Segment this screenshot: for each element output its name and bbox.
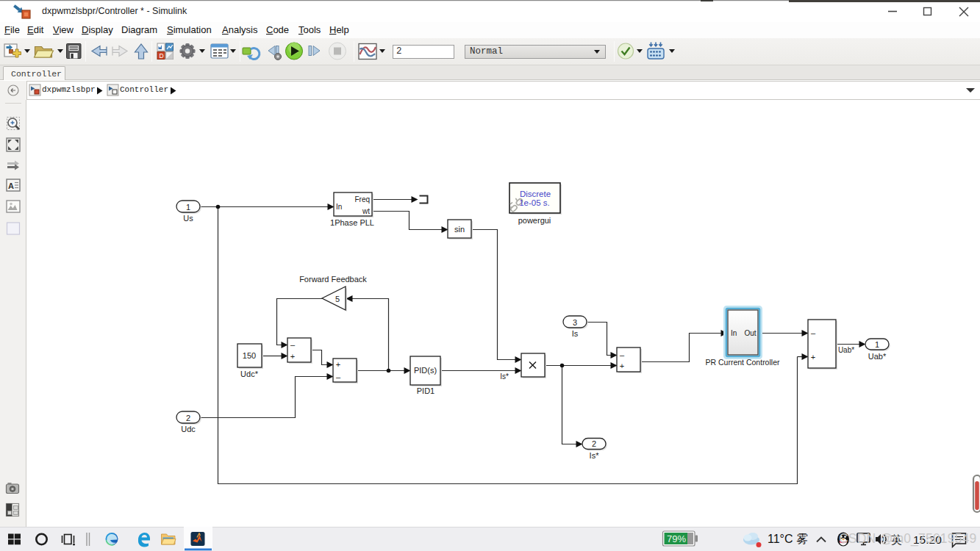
svg-text:Us: Us: [183, 214, 193, 223]
svg-text:2: 2: [592, 439, 596, 448]
svg-text:5: 5: [335, 295, 340, 303]
svg-text:–: –: [336, 372, 341, 381]
svg-text:–: –: [811, 328, 816, 337]
svg-text:Udc*: Udc*: [240, 370, 259, 378]
svg-text:–: –: [290, 340, 296, 349]
svg-text:150: 150: [243, 351, 256, 360]
svg-text:Is: Is: [572, 329, 579, 338]
svg-text:2: 2: [186, 414, 190, 422]
svg-text:In: In: [336, 203, 342, 211]
svg-text:powergui: powergui: [518, 216, 551, 225]
svg-text:+: +: [336, 360, 340, 369]
svg-text:Udc: Udc: [181, 425, 196, 433]
svg-text:11°C 雾: 11°C 雾: [768, 533, 808, 545]
svg-text:sin: sin: [454, 225, 465, 234]
svg-text:+: +: [290, 352, 295, 361]
svg-text:PID1: PID1: [417, 386, 434, 395]
svg-text:1: 1: [186, 203, 190, 212]
svg-text:–: –: [620, 350, 625, 359]
svg-text:1Phase PLL: 1Phase PLL: [330, 218, 374, 227]
svg-text:wt: wt: [362, 207, 370, 215]
svg-text:Uab*: Uab*: [838, 346, 854, 354]
svg-text:PR Current Controller: PR Current Controller: [706, 358, 780, 367]
svg-text:Out: Out: [744, 329, 756, 337]
svg-text:1e-05 s.: 1e-05 s.: [519, 198, 550, 207]
svg-text:3: 3: [573, 318, 577, 327]
svg-text:Is*: Is*: [500, 372, 509, 381]
svg-text:1: 1: [875, 340, 879, 349]
svg-text:Discrete: Discrete: [520, 190, 551, 198]
svg-text:Freq: Freq: [354, 195, 370, 204]
svg-text:+: +: [620, 361, 624, 370]
svg-text:+: +: [811, 353, 815, 361]
svg-text:Is*: Is*: [590, 451, 600, 460]
svg-text:Forward Feedback: Forward Feedback: [299, 275, 367, 284]
svg-text:In: In: [731, 329, 737, 337]
svg-text:Uab*: Uab*: [868, 352, 887, 361]
svg-text:79%: 79%: [667, 533, 686, 544]
svg-text:PID(s): PID(s): [414, 366, 437, 375]
